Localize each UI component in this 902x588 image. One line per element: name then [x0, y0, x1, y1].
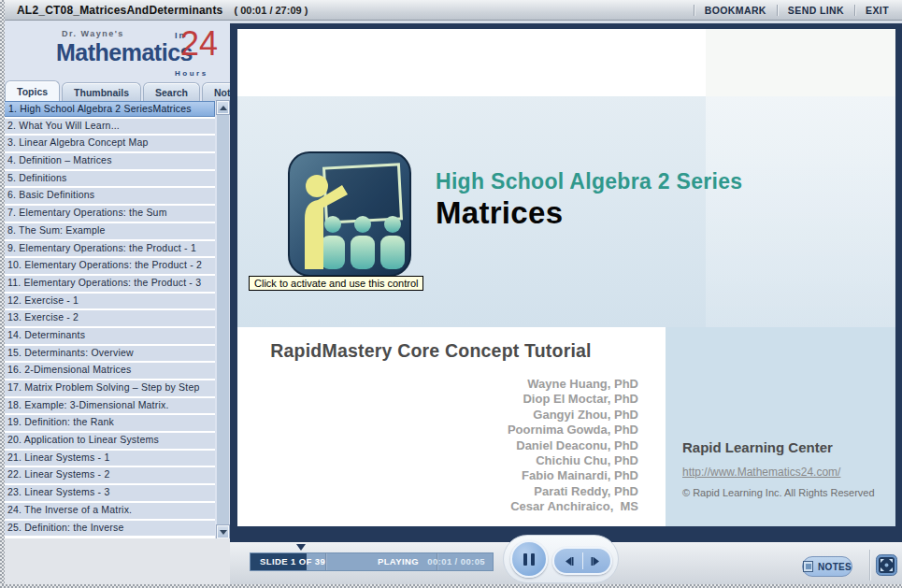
window-edge	[0, 584, 902, 588]
author-name: Diop El Moctar, PhD	[237, 392, 638, 407]
sidebar-tab[interactable]: Topics	[5, 80, 60, 101]
topic-item[interactable]: 14. Determinants	[2, 328, 215, 344]
topic-item[interactable]: 23. Linear Systems - 3	[2, 485, 215, 501]
step-forward-button[interactable]	[583, 549, 611, 573]
topic-item[interactable]: 12. Exercise - 1	[2, 294, 215, 309]
notes-icon	[803, 561, 813, 572]
scroll-down-button[interactable]	[217, 525, 229, 538]
topic-item[interactable]: 22. Linear Systems - 2	[2, 467, 215, 483]
playback-status: PLAYING	[378, 553, 419, 570]
progress-bar[interactable]: SLIDE 1 OF 39 PLAYING 00:01 / 00:05	[250, 552, 494, 571]
transport-controls	[503, 535, 619, 583]
slide-stage[interactable]: High School Algebra 2 Series Matrices Cl…	[237, 29, 895, 526]
topic-item[interactable]: 18. Example: 3-Dimensional Matrix.	[2, 398, 215, 414]
topics-list: 1. High School Algebra 2 SeriesMatrices2…	[2, 101, 215, 538]
topic-item[interactable]: 20. Application to Linear Systems	[2, 433, 215, 449]
topic-item[interactable]: 7. Elementary Operations: the Sum	[2, 206, 215, 222]
lesson-title: AL2_CT08_MatricesAndDeterminants	[17, 4, 222, 17]
author-name: Gangyi Zhou, PhD	[237, 408, 638, 423]
step-back-icon	[562, 555, 574, 567]
slide-credits-band: RapidMastery Core Concept Tutorial Wayne…	[237, 327, 895, 526]
slide-main-title: Matrices	[436, 195, 563, 231]
player-window: AL2_CT08_MatricesAndDeterminants ( 00:01…	[0, 0, 902, 588]
topic-item[interactable]: 17. Matrix Problem Solving – Step by Ste…	[2, 380, 215, 396]
sidebar: Dr. Wayne's Mathematics In 24 Hours Topi…	[0, 21, 230, 588]
topic-item[interactable]: 9. Elementary Operations: the Product - …	[2, 241, 215, 257]
logo-tagline: Dr. Wayne's	[62, 29, 124, 38]
step-forward-icon	[591, 555, 603, 567]
author-name: Parati Reddy, PhD	[237, 484, 638, 499]
separator	[869, 550, 870, 581]
title-bar: AL2_CT08_MatricesAndDeterminants ( 00:01…	[0, 0, 902, 21]
topic-item[interactable]: 15. Determinants: Overview	[2, 346, 215, 362]
window-edge	[0, 0, 5, 588]
separator	[854, 5, 855, 16]
logo-hours: Hours	[175, 69, 208, 78]
topic-item[interactable]: 8. The Sum: Example	[2, 223, 215, 239]
total-time: ( 00:01 / 27:09 )	[234, 5, 308, 16]
logo-wordmark: Mathematics	[56, 39, 193, 66]
scrub-marker[interactable]	[296, 544, 306, 551]
author-name: Cesar Anchiraico, MS	[237, 499, 638, 514]
send-link-button[interactable]: SEND LINK	[788, 5, 844, 16]
topic-item[interactable]: 1. High School Algebra 2 SeriesMatrices	[2, 101, 215, 117]
separator	[325, 553, 326, 570]
tutorial-subtitle: RapidMastery Core Concept Tutorial	[237, 340, 666, 362]
topic-item[interactable]: 16. 2-Dimensional Matrices	[2, 363, 215, 379]
topic-item[interactable]: 3. Linear Algebra Concept Map	[2, 136, 215, 151]
notes-button[interactable]: NOTES	[802, 556, 852, 577]
author-name: Fabio Mainardi, PhD	[237, 468, 638, 483]
logo-number: 24	[180, 24, 218, 64]
step-back-button[interactable]	[554, 549, 582, 573]
topic-item[interactable]: 19. Definition: the Rank	[2, 415, 215, 431]
slide-right-column	[706, 29, 895, 96]
authors-list: Wayne Huang, PhDDiop El Moctar, PhDGangy…	[237, 377, 638, 515]
sidebar-footer	[0, 538, 230, 588]
sidebar-tab[interactable]: Search	[143, 82, 200, 101]
pause-icon	[531, 553, 535, 566]
sidebar-tabs: TopicsThumbnailsSearchNotes	[0, 79, 230, 101]
slide-top-margin	[237, 29, 895, 96]
titlebar-actions: BOOKMARK SEND LINK EXIT	[683, 0, 889, 21]
topic-item[interactable]: 6. Basic Definitions	[2, 188, 215, 204]
series-title: High School Algebra 2 Series	[436, 169, 742, 194]
rlc-copyright: © Rapid Learning Inc. All Rights Reserve…	[682, 487, 895, 498]
pause-icon	[523, 553, 527, 566]
separator	[777, 5, 778, 16]
rlc-name: Rapid Learning Center	[682, 439, 895, 455]
topic-item[interactable]: 11. Elementary Operations: the Product -…	[2, 276, 215, 292]
step-buttons	[552, 547, 612, 575]
notes-label: NOTES	[818, 562, 852, 572]
fullscreen-button[interactable]	[876, 554, 897, 576]
bookmark-button[interactable]: BOOKMARK	[705, 5, 766, 16]
topic-item[interactable]: 2. What You Will Learn...	[2, 119, 215, 135]
rlc-panel: Rapid Learning Center http://www.Mathema…	[666, 327, 895, 526]
topic-item[interactable]: 5. Definitions	[2, 171, 215, 187]
topics-scrollbar[interactable]	[217, 101, 229, 538]
activex-tooltip: Click to activate and use this control	[249, 276, 423, 291]
stage-frame: High School Algebra 2 Series Matrices Cl…	[230, 21, 902, 588]
topic-item[interactable]: 24. The Inverse of a Matrix.	[2, 503, 215, 519]
slide-right-column	[706, 96, 895, 327]
sidebar-tab[interactable]: Thumbnails	[62, 82, 141, 101]
author-name: Daniel Deaconu, PhD	[237, 438, 638, 453]
scroll-up-icon	[220, 106, 227, 110]
topic-item[interactable]: 4. Definition – Matrices	[2, 153, 215, 169]
slide-counter: SLIDE 1 OF 39	[260, 553, 325, 570]
author-name: Wayne Huang, PhD	[237, 377, 638, 392]
scroll-up-button[interactable]	[217, 101, 229, 114]
separator	[694, 5, 694, 16]
topic-item[interactable]: 25. Definition: the Inverse	[2, 521, 215, 537]
topic-item[interactable]: 10. Elementary Operations: the Product -…	[2, 258, 215, 274]
pause-button[interactable]	[510, 540, 548, 578]
author-name: Chichiu Chu, PhD	[237, 453, 638, 468]
slide-time: 00:01 / 00:05	[427, 553, 485, 570]
stage-top-edge	[230, 21, 902, 23]
rlc-url-link[interactable]: http://www.Mathematics24.com/	[682, 466, 840, 479]
exit-button[interactable]: EXIT	[866, 5, 889, 16]
slide-title-band: High School Algebra 2 Series Matrices Cl…	[237, 96, 895, 327]
brand-logo: Dr. Wayne's Mathematics In 24 Hours	[0, 21, 230, 79]
topic-item[interactable]: 13. Exercise - 2	[2, 310, 215, 326]
author-name: Poornima Gowda, PhD	[237, 423, 638, 437]
topic-item[interactable]: 21. Linear Systems - 1	[2, 451, 215, 466]
